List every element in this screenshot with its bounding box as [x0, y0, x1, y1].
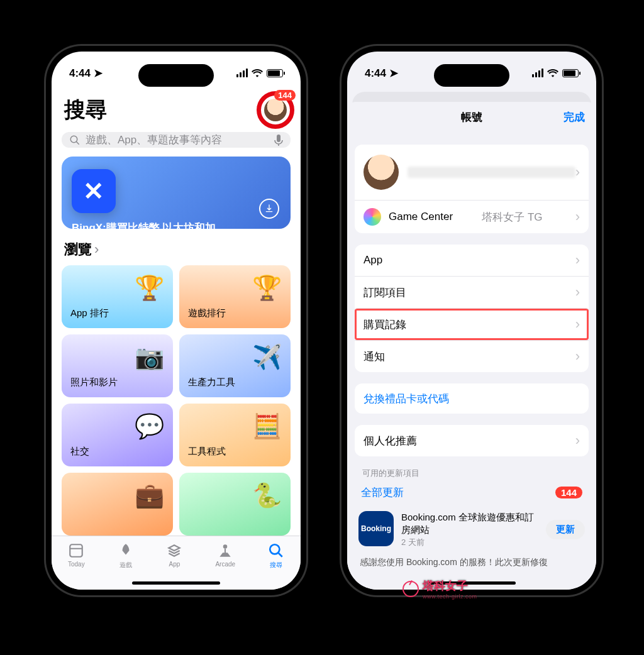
- search-placeholder: 遊戲、App、專題故事等內容: [86, 133, 222, 147]
- promo-title: BingX:購買比特幣 以太坊和加...: [72, 221, 280, 229]
- chevron-right-icon: ›: [575, 316, 580, 333]
- tile-photo-video[interactable]: 📷照片和影片: [62, 334, 173, 397]
- app-update-name: Booking.com 全球旅遊優惠和訂房網站: [401, 511, 538, 536]
- mic-icon[interactable]: [274, 134, 283, 146]
- svg-point-0: [70, 136, 77, 143]
- search-icon: [268, 542, 284, 559]
- search-icon: [69, 135, 80, 146]
- done-button[interactable]: 完成: [564, 110, 585, 124]
- browse-section-header[interactable]: 瀏覽 ›: [52, 229, 301, 265]
- briefcase-icon: 💼: [131, 478, 167, 513]
- wifi-icon: [547, 69, 558, 77]
- game-center-value: 塔科女子 TG: [482, 210, 546, 224]
- battery-icon: [267, 69, 283, 77]
- status-time: 4:44 ➤: [69, 67, 103, 80]
- location-arrow-icon: ➤: [94, 67, 103, 79]
- home-indicator[interactable]: [132, 581, 220, 585]
- updates-header: 可用的更新項目: [347, 456, 596, 482]
- svg-line-7: [278, 553, 282, 557]
- screen-left: 4:44 ➤ 搜尋 144 遊戲、: [52, 52, 301, 590]
- cell-notifications[interactable]: 通知›: [355, 340, 589, 372]
- paperplane-icon: ✈️: [249, 339, 284, 375]
- redeem-group: 兌換禮品卡或代碼: [355, 383, 589, 414]
- dynamic-island: [138, 64, 214, 87]
- updates-count-badge: 144: [555, 487, 582, 498]
- cell-app[interactable]: App›: [355, 245, 589, 276]
- tile-social[interactable]: 💬社交: [62, 404, 173, 466]
- promo-app-icon: ✕: [72, 169, 116, 213]
- sheet-title: 帳號: [461, 110, 482, 124]
- app-update-row[interactable]: Booking Booking.com 全球旅遊優惠和訂房網站 2 天前 更新: [347, 505, 596, 554]
- download-icon: [264, 204, 274, 214]
- update-button[interactable]: 更新: [546, 520, 585, 539]
- personalized-group: 個人化推薦›: [355, 425, 589, 456]
- tile-top-games[interactable]: 🏆遊戲排行: [179, 265, 291, 328]
- screen-right: 4:44 ➤ 帳號 完成 ›: [347, 52, 596, 590]
- snake-icon: 🐍: [249, 478, 284, 513]
- cell-subscriptions[interactable]: 訂閱項目›: [355, 276, 589, 308]
- tile-utilities[interactable]: 🧮工具程式: [179, 404, 291, 466]
- phone-left: 4:44 ➤ 搜尋 144 遊戲、: [44, 44, 308, 597]
- chevron-right-icon: ›: [575, 432, 580, 449]
- status-indicators: [236, 69, 283, 77]
- app-changelog: 感謝您使用 Booking.com 的服務！此次更新修復: [347, 554, 596, 575]
- tile-productivity[interactable]: ✈️生產力工具: [179, 334, 291, 397]
- svg-rect-2: [277, 135, 280, 142]
- trophy-icon: 🏆: [249, 270, 284, 305]
- location-arrow-icon: ➤: [389, 67, 398, 79]
- chevron-right-icon: ›: [575, 209, 580, 225]
- app-update-time: 2 天前: [401, 537, 538, 548]
- watermark: 塔科女子 www.tech-girlz.com: [402, 578, 477, 600]
- trophy-icon: 🏆: [131, 270, 167, 305]
- cell-redeem[interactable]: 兌換禮品卡或代碼: [355, 383, 589, 414]
- game-center-cell[interactable]: Game Center 塔科女子 TG ›: [355, 200, 589, 233]
- account-profile-group: › Game Center 塔科女子 TG ›: [355, 145, 589, 233]
- avatar-icon: [264, 99, 287, 121]
- svg-point-5: [223, 544, 228, 549]
- watermark-icon: [402, 581, 419, 597]
- profile-cell[interactable]: ›: [355, 145, 589, 200]
- chevron-right-icon: ›: [575, 164, 580, 180]
- dynamic-island: [434, 64, 509, 87]
- tile-item[interactable]: 💼: [62, 473, 173, 536]
- update-all-button[interactable]: 全部更新: [361, 485, 404, 500]
- tile-top-apps[interactable]: 🏆App 排行: [62, 265, 173, 328]
- page-title: 搜尋: [64, 96, 107, 124]
- svg-rect-3: [70, 544, 83, 557]
- signal-icon: [236, 69, 248, 77]
- svg-point-6: [270, 544, 279, 554]
- battery-icon: [562, 69, 579, 77]
- apps-icon: [166, 542, 182, 559]
- tile-item[interactable]: 🐍: [179, 473, 291, 536]
- search-input[interactable]: 遊戲、App、專題故事等內容: [62, 132, 291, 148]
- svg-line-1: [76, 141, 79, 145]
- chevron-right-icon: ›: [575, 348, 580, 365]
- tab-games[interactable]: 遊戲: [118, 542, 134, 590]
- account-items-group: App› 訂閱項目› 購買記錄› 通知›: [355, 245, 589, 372]
- account-sheet: 帳號 完成 › Game Center 塔科女子 TG ›: [347, 102, 596, 590]
- tab-today[interactable]: Today: [68, 542, 85, 590]
- chevron-right-icon: ›: [94, 241, 99, 258]
- chevron-right-icon: ›: [575, 252, 580, 268]
- signal-icon: [532, 69, 543, 77]
- tab-search[interactable]: 搜尋: [268, 542, 284, 590]
- status-time: 4:44 ➤: [365, 67, 398, 80]
- status-indicators: [532, 69, 579, 77]
- wifi-icon: [252, 69, 263, 77]
- sheet-header: 帳號 完成: [347, 102, 596, 133]
- cell-purchase-history[interactable]: 購買記錄›: [355, 308, 589, 340]
- rocket-icon: [118, 542, 134, 559]
- download-button[interactable]: [259, 199, 279, 219]
- promo-card[interactable]: ✕ BingX:購買比特幣 以太坊和加... 廣告 財經: [62, 157, 291, 229]
- updates-badge: 144: [274, 90, 296, 101]
- arcade-icon: [217, 542, 233, 559]
- chevron-right-icon: ›: [575, 284, 580, 300]
- today-icon: [68, 542, 84, 559]
- booking-app-icon: Booking: [358, 511, 394, 546]
- account-avatar-button[interactable]: 144: [263, 97, 288, 123]
- calculator-icon: 🧮: [249, 409, 284, 444]
- chat-icon: 💬: [131, 409, 167, 444]
- cell-personalized[interactable]: 個人化推薦›: [355, 425, 589, 456]
- profile-name-hidden: [408, 167, 575, 178]
- camera-icon: 📷: [131, 339, 167, 375]
